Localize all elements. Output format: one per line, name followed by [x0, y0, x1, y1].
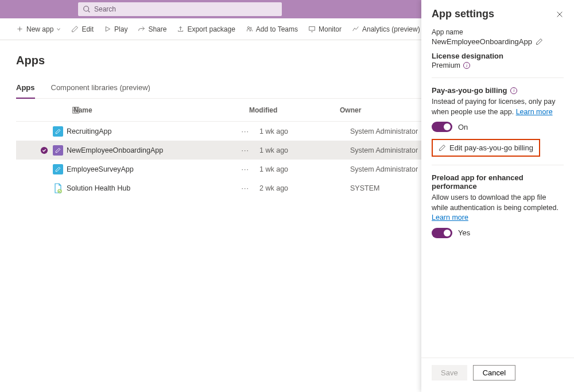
app-name: RecruitingApp	[67, 127, 112, 135]
row-select[interactable]	[39, 146, 49, 154]
export-package-button[interactable]: Export package	[177, 25, 235, 33]
tab-apps[interactable]: Apps	[16, 83, 35, 99]
preload-toggle[interactable]	[432, 228, 452, 238]
row-more-icon[interactable]: ···	[242, 165, 249, 173]
export-icon	[177, 25, 184, 33]
share-button[interactable]: Share	[138, 25, 166, 33]
columns-icon[interactable]	[72, 106, 80, 114]
col-name[interactable]: Name	[56, 106, 249, 114]
save-button: Save	[432, 365, 467, 381]
close-icon[interactable]	[556, 10, 564, 18]
svg-line-1	[88, 11, 90, 13]
add-to-teams-button[interactable]: Add to Teams	[246, 25, 298, 33]
svg-point-0	[84, 6, 89, 11]
info-icon[interactable]: i	[510, 87, 517, 94]
divider	[432, 77, 564, 78]
chevron-down-icon	[56, 27, 61, 32]
plus-icon	[16, 25, 24, 33]
app-icon	[49, 145, 67, 156]
search-icon	[83, 5, 91, 13]
modified-cell: 1 wk ago	[259, 165, 350, 173]
divider	[432, 165, 564, 165]
teams-icon	[246, 25, 253, 33]
payg-toggle[interactable]	[432, 122, 452, 132]
preload-title: Preload app for enhanced performance	[432, 173, 564, 191]
search-input[interactable]	[94, 5, 277, 13]
row-more-icon[interactable]: ···	[242, 146, 249, 154]
app-icon	[49, 126, 67, 137]
app-icon	[49, 183, 67, 193]
monitor-icon	[308, 25, 316, 33]
preload-toggle-label: Yes	[458, 228, 470, 237]
col-modified[interactable]: Modified	[249, 106, 340, 114]
app-icon	[49, 164, 67, 174]
row-more-icon[interactable]: ···	[242, 184, 249, 192]
new-app-button[interactable]: New app	[16, 25, 61, 33]
panel-footer: Save Cancel	[421, 358, 574, 392]
app-settings-panel: App settings App name NewEmployeeOnboard…	[421, 0, 574, 392]
app-name-value: NewEmployeeOnboardingApp	[432, 37, 532, 46]
app-name: EmployeeSurveyApp	[67, 165, 134, 173]
license-value: Premium	[432, 61, 460, 69]
pencil-icon	[439, 144, 446, 152]
app-name-label: App name	[432, 28, 564, 36]
row-more-icon[interactable]: ···	[242, 127, 249, 135]
play-icon	[104, 25, 111, 33]
edit-button[interactable]: Edit	[71, 25, 94, 33]
payg-title: Pay-as-you-go billing	[432, 86, 507, 95]
svg-marker-5	[106, 26, 110, 31]
edit-payg-button[interactable]: Edit pay-as-you-go billing	[432, 139, 540, 157]
app-name: NewEmployeeOnboardingApp	[67, 146, 163, 154]
pencil-icon	[71, 25, 79, 33]
edit-name-icon[interactable]	[536, 38, 543, 45]
payg-toggle-label: On	[458, 123, 468, 131]
monitor-button[interactable]: Monitor	[308, 25, 342, 33]
preload-description: Allow users to download the app file whi…	[432, 193, 564, 223]
modified-cell: 2 wk ago	[259, 184, 350, 192]
info-icon[interactable]: i	[463, 62, 470, 69]
svg-point-7	[250, 28, 251, 29]
app-name: Solution Health Hub	[67, 184, 130, 192]
play-button[interactable]: Play	[104, 25, 127, 33]
license-label: License designation	[432, 52, 564, 60]
global-search[interactable]	[78, 2, 282, 16]
analytics-icon	[352, 25, 359, 33]
analytics-button[interactable]: Analytics (preview)	[352, 25, 420, 33]
learn-more-link[interactable]: Learn more	[432, 214, 468, 222]
tab-component-libraries[interactable]: Component libraries (preview)	[51, 83, 150, 98]
modified-cell: 1 wk ago	[259, 127, 350, 135]
learn-more-link[interactable]: Learn more	[516, 108, 553, 116]
share-icon	[138, 25, 145, 33]
panel-title: App settings	[432, 8, 494, 20]
cancel-button[interactable]: Cancel	[473, 365, 515, 381]
modified-cell: 1 wk ago	[259, 146, 350, 154]
svg-rect-8	[309, 26, 315, 30]
payg-description: Instead of paying for licenses, only pay…	[432, 97, 564, 117]
svg-point-6	[247, 26, 249, 28]
